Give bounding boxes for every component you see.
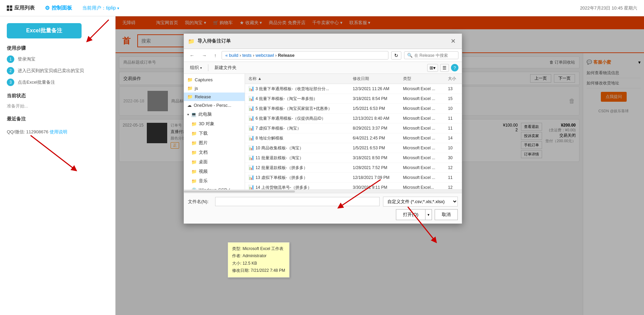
scroll-thumb (184, 190, 295, 193)
organize-dropdown-icon: ▾ (200, 66, 202, 70)
file-type-cell: Microsoft Excel... (400, 183, 445, 190)
cancel-button[interactable]: 取消 (435, 209, 458, 220)
music-folder-icon: 📁 (191, 179, 197, 184)
details-view-button[interactable]: ☰ (440, 64, 449, 72)
file-type-cell: Microsoft Excel ... (400, 163, 445, 173)
path-part-build[interactable]: « build (225, 53, 240, 58)
nav-documents[interactable]: 📁 文档 (184, 148, 245, 157)
table-row[interactable]: 📊5 批量下单模板-（淘宝买家留言+优惠券） 1/5/2021 6:53 PM … (245, 104, 462, 114)
up-button[interactable]: ↑ (212, 52, 219, 59)
use-instruction-link[interactable]: 使用说明 (50, 129, 67, 134)
nav-js[interactable]: 📁 js (184, 84, 245, 93)
3d-label: 3D 对象 (199, 121, 214, 127)
dialog-search-input[interactable] (414, 53, 452, 58)
user-dropdown-icon[interactable]: ▾ (117, 6, 119, 10)
file-name-cell: 📊13 虚拟下单模板-（拼多多） (245, 173, 349, 183)
nav-captures[interactable]: 📁 Captures (184, 76, 245, 84)
file-date-cell: 3/18/2021 8:50 PM (349, 153, 400, 163)
filetype-select[interactable]: 自定义文件 (*.csv;*.xls;*.xlsx) (383, 197, 458, 206)
col-size[interactable]: 大小 (445, 74, 462, 84)
dialog-body: 📁 Captures 📁 js 📁 Release ☁ OneDrive - P… (184, 74, 462, 189)
file-name-cell: 📊7 虚拟下单模板-（淘宝） (245, 123, 349, 133)
nav-current-user[interactable]: 当前用户：tiplip ▾ (82, 5, 119, 11)
col-date[interactable]: 修改日期 (349, 74, 400, 84)
horizontal-scrollbar[interactable] (184, 189, 462, 193)
file-size-cell: 10 (445, 104, 462, 114)
nav-app-list[interactable]: 应用列表 (7, 5, 35, 11)
help-button[interactable]: ? (451, 64, 458, 71)
nav-control-panel[interactable]: ⚙ 控制面板 (45, 5, 72, 11)
table-row[interactable]: 📊10 商品收集模板-（淘宝） 1/5/2021 6:53 PM Microso… (245, 143, 462, 153)
excel-batch-annotate-button[interactable]: Excel批量备注 (7, 23, 82, 38)
view-options-button[interactable]: ⊞▾ (427, 64, 438, 72)
file-date-cell: 12/3/2021 11:26 AM (349, 84, 400, 94)
downloads-folder-icon: 📁 (191, 131, 197, 136)
file-type-cell: Microsoft Excel ... (400, 104, 445, 114)
nav-windows-ssd[interactable]: 💿 Windows-SSD ( (184, 186, 245, 189)
file-type-cell: Microsoft Excel ... (400, 133, 445, 143)
file-table: 名称 ▲ 修改日期 类型 大小 📊3 批量下单通用模板-（收货地址部分分... … (245, 74, 462, 189)
open-dropdown-button[interactable]: ▾ (425, 209, 432, 220)
path-part-tests[interactable]: tests (242, 53, 253, 58)
file-size-cell: 10 (445, 143, 462, 153)
dialog-footer: 文件名(N): 自定义文件 (*.csv;*.xls;*.xlsx) 打开(O)… (184, 193, 462, 223)
nav-onedrive[interactable]: ☁ OneDrive - Persc... (184, 101, 245, 110)
back-button[interactable]: ← (187, 52, 197, 59)
path-part-webcrawl[interactable]: webcrawl (256, 53, 275, 58)
address-path[interactable]: « build › tests › webcrawl › Release (222, 51, 388, 60)
file-date-cell: 12/18/2021 7:09 PM (349, 173, 400, 183)
dialog-folder-icon: 📁 (188, 38, 195, 45)
dialog-close-button[interactable]: ✕ (448, 36, 458, 46)
nav-3d[interactable]: 📁 3D 对象 (184, 119, 245, 129)
file-size-cell: 12 (445, 183, 462, 190)
table-row[interactable]: 📊7 虚拟下单模板-（淘宝） 8/29/2021 3:37 PM Microso… (245, 123, 462, 133)
nav-desktop[interactable]: 📁 桌面 (184, 157, 245, 167)
file-name-cell: 📊4 批量下单模板-（淘宝一单多拍） (245, 94, 349, 104)
dialog-toolbar: 组织 ▾ 新建文件夹 ⊞▾ ☰ ? (184, 62, 462, 74)
file-name-cell: 📊5 批量下单模板-（淘宝买家留言+优惠券） (245, 104, 349, 114)
path-part-release[interactable]: Release (278, 53, 295, 58)
table-row[interactable]: 📊6 批量下单通用模板-（仅提供商品ID） 12/13/2021 8:40 AM… (245, 114, 462, 123)
filename-label: 文件名(N): (188, 199, 212, 205)
organize-button[interactable]: 组织 ▾ (187, 64, 205, 72)
table-row[interactable]: 📊11 批量退款模板-（淘宝） 3/18/2021 8:50 PM Micros… (245, 153, 462, 163)
nav-thispc[interactable]: ▾ 💻 此电脑 (184, 110, 245, 119)
desktop-folder-icon: 📁 (191, 160, 197, 165)
table-row[interactable]: 📊13 虚拟下单模板-（拼多多） 12/18/2021 7:09 PM Micr… (245, 173, 462, 183)
main-layout: Excel批量备注 使用步骤 1 登录淘宝 2 进入已买到的宝贝或已卖出的宝贝 … (0, 16, 644, 315)
svg-line-0 (88, 20, 109, 40)
new-folder-button[interactable]: 新建文件夹 (212, 64, 239, 72)
file-date-cell: 3/30/2021 9:11 PM (349, 183, 400, 190)
nav-downloads[interactable]: 📁 下载 (184, 129, 245, 138)
user-label: 当前用户：tiplip (82, 5, 116, 11)
pictures-label: 图片 (199, 140, 208, 146)
music-label: 音乐 (199, 178, 208, 184)
table-row[interactable]: 📊8 地址分解模板 6/4/2021 2:45 PM Microsoft Exc… (245, 133, 462, 143)
forward-button[interactable]: → (199, 52, 209, 59)
control-panel-label[interactable]: 控制面板 (52, 5, 72, 11)
filename-input[interactable] (215, 197, 380, 206)
qq-section: QQ/微信: 112908676 使用说明 (7, 129, 108, 135)
table-row[interactable]: 📊12 批量退款模板-（拼多多） 1/28/2021 7:52 PM Micro… (245, 163, 462, 173)
col-name[interactable]: 名称 ▲ (245, 74, 349, 84)
nav-pictures[interactable]: 📁 图片 (184, 138, 245, 148)
downloads-label: 下载 (199, 130, 208, 136)
nav-release[interactable]: 📁 Release (184, 93, 245, 101)
file-dialog: 📁 导入待备注订单 ✕ ← → ↑ « build › tests › webc… (184, 33, 462, 224)
table-row[interactable]: 📊3 批量下单通用模板-（收货地址部分分... 12/3/2021 11:26 … (245, 84, 462, 94)
app-list-label[interactable]: 应用列表 (14, 5, 35, 11)
open-button[interactable]: 打开(O) (396, 209, 425, 220)
file-type-cell: Microsoft Excel ... (400, 173, 445, 183)
step-3-num: 3 (7, 79, 14, 86)
table-row[interactable]: 📊14 上传货物流单号-（拼多多） 3/30/2021 9:11 PM Micr… (245, 183, 462, 190)
search-box-dialog: 🔍 (404, 51, 458, 59)
step-3: 3 点击Excel批量备注 (7, 79, 108, 86)
refresh-button[interactable]: ↻ (391, 51, 401, 60)
nav-music[interactable]: 📁 音乐 (184, 176, 245, 186)
release-label: Release (195, 94, 211, 99)
table-row[interactable]: 📊4 批量下单模板-（淘宝一单多拍） 3/18/2021 8:54 PM Mic… (245, 94, 462, 104)
nav-videos[interactable]: 📁 视频 (184, 167, 245, 176)
status-section: 当前状态 准备开始... (7, 93, 108, 109)
col-type[interactable]: 类型 (400, 74, 445, 84)
file-type-cell: Microsoft Excel ... (400, 123, 445, 133)
